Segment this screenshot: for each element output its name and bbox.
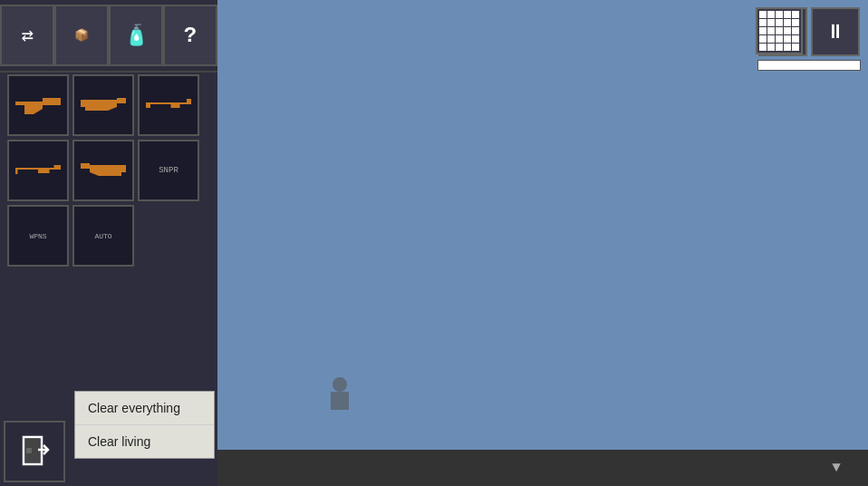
tool2-button[interactable]: 📦	[54, 5, 109, 66]
character-silhouette	[326, 377, 353, 413]
game-area[interactable]: ⏪ ⏸	[217, 0, 868, 450]
grid-row-1	[7, 74, 210, 136]
grid-icon	[759, 11, 799, 51]
item-grid: SNPR WPNS AUTO	[7, 74, 210, 270]
rifle-icon	[146, 96, 191, 114]
grid-toggle-button[interactable]	[756, 7, 803, 54]
ground	[217, 450, 868, 486]
smg3-text-icon: AUTO	[94, 232, 111, 240]
shotgun-icon	[15, 161, 61, 180]
weapon-cell-sniper[interactable]: SNPR	[138, 140, 199, 201]
pause-icon: ⏸	[825, 20, 845, 44]
help-button[interactable]: ?	[163, 5, 217, 66]
smg-icon	[81, 96, 126, 114]
sniper-text-icon: SNPR	[159, 166, 178, 175]
sidebar: ⇄ 📦 🧴 ?	[0, 0, 217, 486]
weapon-cell-rifle[interactable]	[138, 74, 199, 136]
weapon-cell-smg[interactable]	[72, 74, 134, 136]
pistol-icon	[15, 96, 61, 114]
progress-bar	[757, 60, 861, 71]
char-body	[331, 392, 349, 410]
progress-bar-fill	[758, 61, 860, 70]
weapon-cell-smg2[interactable]	[72, 140, 134, 201]
weapon-cell-pistol[interactable]	[7, 74, 69, 136]
clear-living-button[interactable]: Clear living	[75, 425, 214, 458]
help-icon: ?	[184, 24, 197, 48]
swap-tool-button[interactable]: ⇄	[0, 5, 54, 66]
clear-everything-button[interactable]: Clear everything	[75, 392, 214, 425]
swap-icon: ⇄	[21, 24, 33, 48]
svg-rect-3	[26, 448, 32, 453]
potion-icon: 🧴	[124, 24, 149, 48]
weapon-cell-pistol2[interactable]: WPNS	[7, 205, 69, 267]
pistol2-text-icon: WPNS	[29, 232, 46, 240]
weapon-cell-smg3[interactable]: AUTO	[72, 205, 134, 267]
grid-row-3: WPNS AUTO	[7, 205, 210, 267]
toolbar: ⇄ 📦 🧴 ?	[0, 0, 217, 73]
context-menu: Clear everything Clear living	[74, 391, 215, 459]
down-arrow-icon: ▼	[832, 460, 841, 476]
potion-button[interactable]: 🧴	[109, 5, 163, 66]
tool2-icon: 📦	[74, 28, 89, 43]
pause-button[interactable]: ⏸	[811, 7, 860, 56]
char-head	[333, 377, 347, 392]
weapon-cell-shotgun[interactable]	[7, 140, 69, 201]
exit-button[interactable]	[4, 421, 65, 482]
smg2-icon	[81, 161, 126, 180]
exit-door-icon	[18, 435, 51, 468]
bottom-figure-icon: ▼	[823, 450, 850, 486]
grid-row-2: SNPR	[7, 140, 210, 201]
